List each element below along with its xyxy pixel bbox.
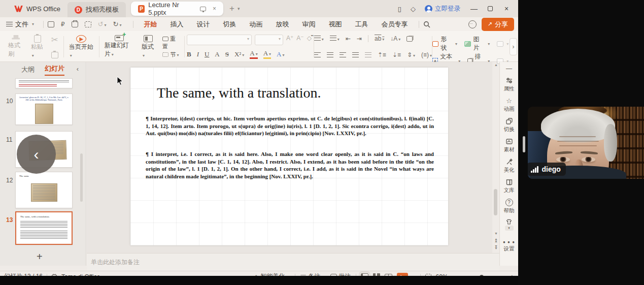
sidebar-item-animation[interactable]: ☆ 动画 [504,97,515,113]
new-slide-button[interactable]: 新建幻灯片▾ [104,34,135,59]
slide-paragraph-english[interactable]: ¶ I interpret, i.e. I correct, as it is … [146,150,434,180]
menu-item-member[interactable]: 会员专享 [375,18,415,31]
shapes-button[interactable]: 形状▾ [432,35,457,52]
scroll-up-icon[interactable]: ▲ [494,63,498,67]
meeting-prev-overlay-button[interactable]: ‹ [17,135,56,174]
slide-thumbnail-13[interactable]: The same, with a translation. [15,211,73,245]
line-spacing-button[interactable]: ⇕▾ [407,51,415,58]
highlight-color-button[interactable]: A▾ [263,49,271,59]
fit-slide-button[interactable] [425,274,431,276]
scroll-down-icon[interactable]: ▼ [494,232,498,235]
slide-13[interactable]: The same, with a translation. ¶ Interpre… [130,68,448,245]
strikethrough-button[interactable]: S [225,50,229,58]
slide-sorter-view-button[interactable] [373,273,380,276]
feedback-icon[interactable] [468,20,477,28]
search-icon[interactable] [423,21,430,28]
tab-document[interactable]: P Lecture Nr 5.pptx × [131,2,223,16]
underline-button[interactable]: U [205,50,209,58]
align-center-icon[interactable] [327,52,333,57]
cut-copy-buttons[interactable]: ✂ [50,34,59,59]
italic-button[interactable]: I [197,50,199,58]
zoom-in-button[interactable]: + [510,273,514,276]
tab-wps-office[interactable]: WPS Office [7,2,67,16]
distribute-icon[interactable] [365,52,371,57]
copy-icon[interactable] [51,52,58,58]
present-mode-icon[interactable] [200,7,206,11]
menu-item-review[interactable]: 审阅 [296,18,322,31]
minimize-button[interactable]: — [469,5,479,13]
superscript-button[interactable]: X²▾ [234,50,244,58]
sidebar-collapse-icon[interactable]: — [506,65,512,72]
panel-drag-handle[interactable] [523,136,525,152]
zoom-slider-knob[interactable] [480,275,484,276]
slide-thumbnail-9-partial[interactable] [15,78,73,88]
next-slide-button[interactable]: ▼▼ [494,245,498,249]
tab-slides[interactable]: 幻灯片 [45,64,64,76]
save-icon[interactable] [48,21,54,27]
notes-bar[interactable]: 单击此处添加备注 [87,253,499,271]
share-button[interactable]: ↗ 分享 [482,18,514,31]
skin-chevron-icon[interactable]: ▾ [505,226,514,231]
collapse-panel-icon[interactable]: ‹ [77,65,79,73]
zoom-percent[interactable]: 60% [436,273,448,276]
increase-indent-icon[interactable]: ⇥ [357,35,362,42]
export-pdf-icon[interactable]: ₽ [61,21,65,28]
decrease-indent-icon[interactable]: ⇤ [346,35,351,42]
workspace-icon[interactable]: ◇ [411,5,416,13]
format-painter-button[interactable]: 格式刷 [7,34,25,59]
increase-font-icon[interactable]: A⁺ [286,35,293,45]
close-tab-icon[interactable]: × [213,5,216,12]
text-direction-button[interactable]: ab▾ [375,35,384,42]
new-tab-button[interactable]: + [229,4,234,14]
slideshow-play-button[interactable]: ▶ [397,273,408,276]
panel-scrollbar[interactable] [80,153,83,202]
file-menu[interactable]: 文件 ▾ [0,20,39,29]
menu-item-insert[interactable]: 插入 [164,18,190,31]
smart-beautify-button[interactable]: ◈ 智能美化▾ [254,272,290,276]
sidebar-item-properties[interactable]: 属性 [504,77,515,92]
print-icon[interactable] [72,21,78,27]
play-options-chevron-icon[interactable]: ▾ [414,274,416,276]
menu-item-tools[interactable]: 工具 [349,18,375,31]
font-name-combo[interactable] [187,35,252,45]
sidebar-item-beautify[interactable]: 美化 [504,158,515,174]
comments-button[interactable]: 批注 [330,272,351,276]
slide-canvas[interactable]: The same, with a translation. ¶ Interpre… [87,62,492,253]
reset-button[interactable]: 重置 [162,35,179,50]
maximize-button[interactable] [488,6,493,11]
close-window-button[interactable]: × [502,5,511,13]
font-color-button[interactable]: A▾ [250,49,257,59]
fill-button[interactable]: ▾ [497,41,509,47]
sidebar-item-library[interactable]: 文库 [504,178,515,194]
decrease-font-icon[interactable]: A⁻ [296,35,303,45]
char-spacing-button[interactable]: A [215,50,219,58]
zoom-out-button[interactable]: − [460,273,464,276]
webcam-video-tile[interactable]: diego [528,107,644,179]
menu-item-transition[interactable]: 切换 [217,18,243,31]
mobile-device-icon[interactable]: ▯ [398,5,401,13]
picture-button[interactable]: 图片▾ [464,35,490,52]
paragraph-settings-button[interactable]: (≡)▾ [421,51,432,58]
justify-icon[interactable] [352,52,359,57]
numbering-button[interactable]: ▾ [330,35,340,42]
sidebar-item-help[interactable]: ? 帮助 [504,199,515,214]
notes-toggle-button[interactable]: 备注▾ [300,272,326,276]
tab-outline[interactable]: 大纲 [21,65,35,74]
line-spacing-down-icon[interactable]: ⇣≡ [392,51,401,58]
ribbon-expand-button[interactable]: › [510,38,517,55]
sidebar-item-transition[interactable]: 切换 [504,117,515,133]
menu-item-home[interactable]: 开始 [138,18,164,31]
layout-button[interactable]: 版式▾ [141,34,156,59]
sidebar-item-settings[interactable]: ● ● ● 设置 [503,240,515,252]
start-from-current-button[interactable]: ▶ 当页开始▾ [68,34,95,59]
slide-title[interactable]: The same, with a translation. [157,85,321,101]
sidebar-item-assets[interactable]: 素材 [504,138,515,153]
login-button[interactable]: 立即登录 [425,5,460,13]
paste-button[interactable]: 粘贴▾ [30,34,45,59]
slide-paragraph-latin[interactable]: ¶ Interpretor, i(dest) corrigo, ut hic. … [146,115,434,137]
scrollbar-thumb[interactable] [494,189,497,215]
cut-icon[interactable]: ✂ [51,35,58,45]
reading-view-button[interactable] [385,274,392,276]
convert-diagram-icon[interactable] [406,36,413,42]
tab-list-chevron-icon[interactable]: ▾ [238,6,240,11]
